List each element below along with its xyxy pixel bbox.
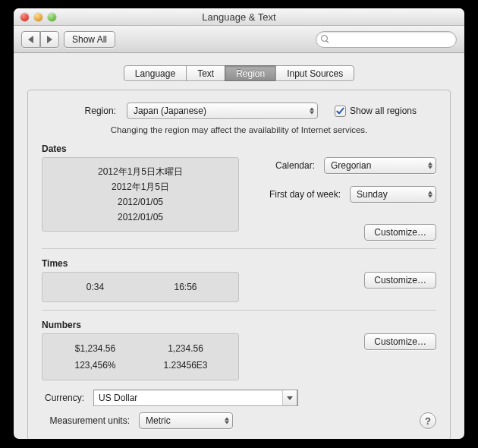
currency-combo[interactable]: US Dollar (93, 390, 298, 406)
tab-region[interactable]: Region (225, 65, 276, 81)
minimize-window-button[interactable] (34, 13, 42, 21)
updown-icon (428, 162, 432, 169)
separator (42, 248, 436, 249)
first-day-popup[interactable]: Sunday (350, 186, 436, 203)
tab-language[interactable]: Language (124, 65, 187, 81)
checkbox-box (335, 106, 346, 117)
window-title: Language & Text (14, 11, 464, 23)
time-sample-medium: 16:56 (140, 279, 231, 295)
updown-icon (310, 108, 314, 115)
currency-label: Currency: (42, 393, 89, 403)
date-sample-medium: 2012/01/05 (50, 194, 231, 210)
customize-numbers-button[interactable]: Customize… (364, 333, 436, 350)
chevron-left-icon (28, 36, 33, 43)
search-field[interactable] (316, 31, 457, 48)
updown-icon (428, 191, 432, 198)
date-sample-long: 2012年1月5日 (50, 179, 231, 194)
measurement-label: Measurement units: (42, 415, 134, 426)
close-window-button[interactable] (20, 13, 29, 21)
preferences-window: Language & Text Show All Language Text R… (14, 8, 464, 439)
search-icon (321, 35, 329, 43)
tab-text[interactable]: Text (186, 65, 225, 81)
dates-sample-box: 2012年1月5日木曜日 2012年1月5日 2012/01/05 2012/0… (42, 157, 239, 232)
nav-back-forward (21, 31, 59, 48)
measurement-popup[interactable]: Metric (139, 412, 233, 429)
forward-button[interactable] (40, 31, 59, 48)
region-value: Japan (Japanese) (134, 106, 206, 116)
region-note: Changing the region may affect the avail… (42, 125, 436, 134)
show-all-button[interactable]: Show All (64, 31, 115, 48)
dates-heading: Dates (42, 144, 436, 154)
updown-icon (225, 418, 229, 424)
measurement-value: Metric (146, 415, 171, 426)
chevron-right-icon (47, 36, 52, 43)
separator (42, 310, 436, 311)
time-sample-short: 0:34 (50, 279, 140, 295)
tab-bar: Language Text Region Input Sources (27, 65, 451, 81)
times-heading: Times (42, 258, 436, 269)
date-sample-full: 2012年1月5日木曜日 (50, 164, 231, 179)
region-popup[interactable]: Japan (Japanese) (127, 103, 318, 119)
toolbar: Show All (14, 26, 464, 53)
numbers-sample-box: $1,234.56 1,234.56 123,456% 1.23456E3 (42, 333, 239, 380)
times-sample-box: 0:34 16:56 (42, 272, 239, 302)
region-label: Region: (61, 106, 121, 116)
currency-value: US Dollar (99, 393, 137, 403)
titlebar: Language & Text (14, 8, 464, 26)
show-all-regions-label: Show all regions (350, 106, 417, 116)
search-input[interactable] (332, 33, 451, 46)
customize-dates-button[interactable]: Customize… (364, 224, 436, 241)
window-controls (14, 13, 56, 21)
numbers-heading: Numbers (42, 320, 436, 330)
first-day-value: Sunday (357, 189, 388, 200)
date-sample-short: 2012/01/05 (50, 210, 231, 225)
number-sample-decimal: 1,234.56 (140, 340, 231, 357)
first-day-label: First day of week: (269, 189, 345, 200)
help-button[interactable]: ? (420, 412, 436, 429)
number-sample-percent: 123,456% (50, 357, 140, 374)
check-icon (336, 107, 344, 115)
content-area: Language Text Region Input Sources Regio… (14, 53, 464, 439)
tab-input-sources[interactable]: Input Sources (275, 65, 354, 81)
number-sample-currency: $1,234.56 (50, 340, 140, 357)
region-panel: Region: Japan (Japanese) Show all region… (27, 90, 451, 439)
calendar-label: Calendar: (275, 160, 319, 171)
dropdown-button[interactable] (282, 390, 297, 406)
number-sample-scientific: 1.23456E3 (140, 357, 231, 374)
show-all-regions-checkbox[interactable]: Show all regions (335, 106, 417, 117)
calendar-value: Gregorian (331, 160, 371, 171)
zoom-window-button[interactable] (48, 13, 56, 21)
back-button[interactable] (21, 31, 40, 48)
calendar-popup[interactable]: Gregorian (324, 157, 436, 174)
customize-times-button[interactable]: Customize… (364, 272, 436, 289)
chevron-down-icon (287, 396, 293, 400)
